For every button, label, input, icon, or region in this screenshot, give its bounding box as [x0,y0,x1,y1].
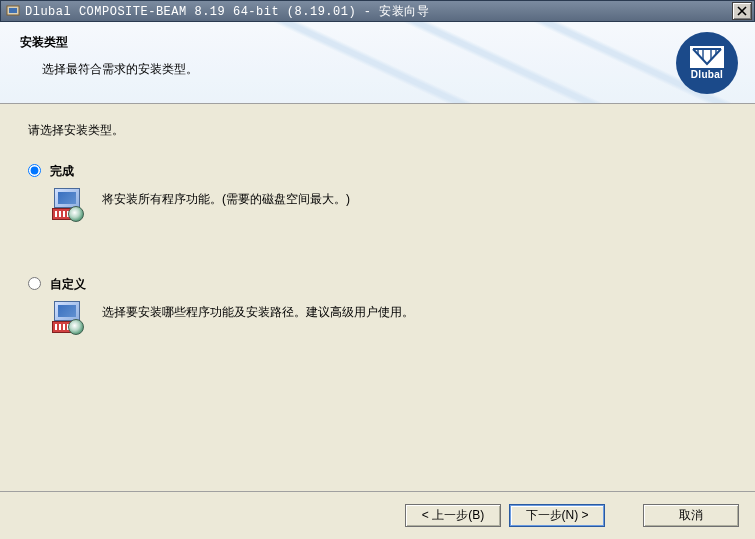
instruction-text: 请选择安装类型。 [28,122,727,139]
svg-rect-1 [9,8,17,13]
header-banner: 安装类型 选择最符合需求的安装类型。 Dlubal [0,22,755,104]
option-complete-label[interactable]: 完成 [50,163,727,180]
content-area: 请选择安装类型。 完成 将安装所有程序功能。(需要的磁盘空间最大。) 自定义 [0,104,755,335]
back-button[interactable]: < 上一步(B) [405,504,501,527]
header-title: 安装类型 [20,34,639,51]
close-button[interactable] [732,2,752,20]
next-button[interactable]: 下一步(N) > [509,504,605,527]
header-subtitle: 选择最符合需求的安装类型。 [20,61,639,78]
radio-custom[interactable] [28,277,41,290]
install-complete-icon [50,188,84,222]
footer: < 上一步(B) 下一步(N) > 取消 [0,491,755,539]
titlebar: Dlubal COMPOSITE-BEAM 8.19 64-bit (8.19.… [0,0,755,22]
brand-logo: Dlubal [659,22,755,103]
bridge-icon [690,46,724,68]
option-complete: 完成 将安装所有程序功能。(需要的磁盘空间最大。) [28,163,727,222]
logo-text: Dlubal [691,69,723,80]
app-icon [5,3,21,19]
radio-complete[interactable] [28,164,41,177]
cancel-button[interactable]: 取消 [643,504,739,527]
option-custom-label[interactable]: 自定义 [50,276,727,293]
install-custom-icon [50,301,84,335]
window-title: Dlubal COMPOSITE-BEAM 8.19 64-bit (8.19.… [25,3,732,20]
option-custom-description: 选择要安装哪些程序功能及安装路径。建议高级用户使用。 [102,301,414,321]
option-complete-description: 将安装所有程序功能。(需要的磁盘空间最大。) [102,188,350,208]
option-custom: 自定义 选择要安装哪些程序功能及安装路径。建议高级用户使用。 [28,276,727,335]
